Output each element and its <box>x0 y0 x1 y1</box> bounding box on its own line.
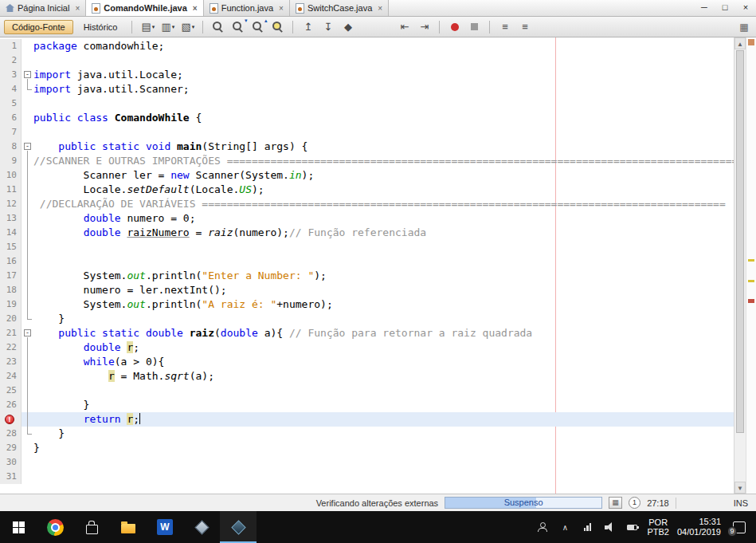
fold-margin[interactable] <box>22 154 33 168</box>
fold-margin[interactable] <box>22 427 33 441</box>
code-area[interactable]: 1package comandowhile;23-import java.uti… <box>0 37 734 494</box>
source-view-button[interactable]: Código-Fonte <box>4 20 73 34</box>
fold-margin[interactable] <box>22 226 33 240</box>
line-number[interactable]: 16 <box>0 254 22 269</box>
language-indicator[interactable]: POR PTB2 <box>647 517 669 537</box>
fold-margin[interactable] <box>22 269 33 283</box>
scroll-down-icon[interactable]: ▼ <box>734 482 746 494</box>
volume-icon[interactable] <box>602 511 617 543</box>
fold-margin[interactable] <box>22 398 33 412</box>
find-selection-icon[interactable] <box>209 19 227 35</box>
line-number[interactable]: 28 <box>0 427 22 441</box>
doc-tab-comandowhile-java[interactable]: ComandoWhile.java× <box>86 0 203 16</box>
code-text[interactable] <box>33 254 734 269</box>
line-number[interactable]: 17 <box>0 269 22 283</box>
comment-icon[interactable]: ≡ <box>496 19 514 35</box>
maximize-button[interactable]: □ <box>715 0 735 16</box>
store-app[interactable] <box>73 511 110 543</box>
code-text[interactable]: } <box>33 398 734 412</box>
line-number[interactable]: 4 <box>0 82 22 96</box>
history-view-button[interactable]: Histórico <box>76 20 126 34</box>
fold-collapse-icon[interactable]: - <box>24 329 31 336</box>
toggle-bookmark-icon[interactable]: ◆ <box>339 19 357 35</box>
fold-margin[interactable] <box>22 197 33 211</box>
line-number[interactable]: 14 <box>0 226 22 240</box>
uncomment-icon[interactable]: ≡ <box>515 19 534 35</box>
doc-tab-switchcase-java[interactable]: SwitchCase.java× <box>290 0 389 16</box>
fold-margin[interactable] <box>22 297 33 312</box>
memory-toolbar-icon[interactable]: ▦ <box>609 497 622 509</box>
shift-line-left-icon[interactable]: ⇤ <box>395 19 413 35</box>
battery-icon[interactable] <box>625 511 639 543</box>
fold-margin[interactable] <box>22 412 33 427</box>
fold-margin[interactable]: - <box>22 68 33 82</box>
code-text[interactable] <box>33 240 734 254</box>
fold-margin[interactable] <box>22 340 33 355</box>
close-tab-icon[interactable]: × <box>193 4 198 13</box>
error-mark[interactable] <box>748 299 754 303</box>
fold-margin[interactable] <box>22 183 33 197</box>
clock[interactable]: 15:31 04/01/2019 <box>677 517 721 537</box>
fold-margin[interactable] <box>22 312 33 326</box>
next-bookmark-icon[interactable]: ↧ <box>319 19 337 35</box>
fold-collapse-icon[interactable]: - <box>24 71 31 78</box>
error-stripe[interactable] <box>746 37 756 494</box>
line-number[interactable]: 22 <box>0 340 22 355</box>
line-number[interactable]: 24 <box>0 369 22 384</box>
toggle-highlight-search-icon[interactable] <box>268 19 287 35</box>
line-number[interactable]: 19 <box>0 297 22 312</box>
stop-macro-recording-icon[interactable] <box>465 19 484 35</box>
find-previous-occurrence-icon[interactable]: ▴ <box>249 19 267 35</box>
line-number[interactable]: 1 <box>0 39 22 53</box>
fold-margin[interactable] <box>22 355 33 369</box>
code-text[interactable] <box>33 384 734 398</box>
toolbar-overflow-icon[interactable]: ▦ <box>736 22 752 33</box>
code-text[interactable]: while(a > 0){ <box>33 355 734 369</box>
line-number[interactable]: 7 <box>0 125 22 140</box>
code-text[interactable]: numero = ler.nextInt(); <box>33 283 734 297</box>
code-text[interactable]: Locale.setDefault(Locale.US); <box>33 183 734 197</box>
warning-mark[interactable] <box>748 259 754 262</box>
code-text[interactable]: double r; <box>33 340 734 355</box>
code-text[interactable]: double numero = 0; <box>33 211 734 226</box>
surround-with-icon[interactable]: ▥▾ <box>159 19 177 35</box>
line-number[interactable]: 2 <box>0 53 22 68</box>
code-text[interactable]: double raizNumero = raiz(numero);// Funç… <box>33 226 734 240</box>
code-text[interactable] <box>33 53 734 68</box>
word-app[interactable]: W <box>147 511 183 543</box>
code-text[interactable]: import java.util.Scanner; <box>33 82 734 96</box>
line-number[interactable]: 5 <box>0 96 22 111</box>
fold-margin[interactable] <box>22 369 33 384</box>
code-text[interactable]: System.out.println("Enter a Number: "); <box>33 269 734 283</box>
fold-margin[interactable] <box>22 211 33 226</box>
code-text[interactable]: import java.util.Locale; <box>33 68 734 82</box>
hidden-icons-chevron-icon[interactable]: ∧ <box>558 511 572 543</box>
code-text[interactable] <box>33 470 734 484</box>
netbeans-app[interactable] <box>183 511 220 543</box>
previous-bookmark-icon[interactable]: ↥ <box>299 19 317 35</box>
line-number[interactable]: 29 <box>0 441 22 455</box>
code-text[interactable] <box>33 125 734 140</box>
line-number[interactable]: 30 <box>0 455 22 470</box>
line-number[interactable]: 23 <box>0 355 22 369</box>
fold-margin[interactable] <box>22 240 33 254</box>
line-number[interactable]: 31 <box>0 470 22 484</box>
close-button[interactable]: × <box>735 0 756 16</box>
line-number[interactable]: 25 <box>0 384 22 398</box>
code-text[interactable]: public static double raiz(double a){ // … <box>33 326 734 340</box>
progress-bar[interactable]: Suspenso <box>445 497 602 509</box>
line-number[interactable]: 6 <box>0 111 22 125</box>
line-number[interactable]: 11 <box>0 183 22 197</box>
line-number[interactable]: 21 <box>0 326 22 340</box>
fold-margin[interactable]: - <box>22 326 33 340</box>
line-number[interactable]: 8 <box>0 140 22 154</box>
line-number[interactable]: 18 <box>0 283 22 297</box>
vertical-scrollbar[interactable]: ▲ ▼ <box>734 37 746 494</box>
warning-mark[interactable] <box>748 280 754 282</box>
start-button[interactable] <box>0 511 37 543</box>
error-badge-icon[interactable]: ! <box>5 415 14 424</box>
code-text[interactable]: } <box>33 427 734 441</box>
code-text[interactable]: //SCANNER E OUTRAS IMPORTAÇÕES =========… <box>33 154 734 168</box>
code-text[interactable]: public class ComandoWhile { <box>33 111 734 125</box>
fold-margin[interactable]: - <box>22 140 33 154</box>
